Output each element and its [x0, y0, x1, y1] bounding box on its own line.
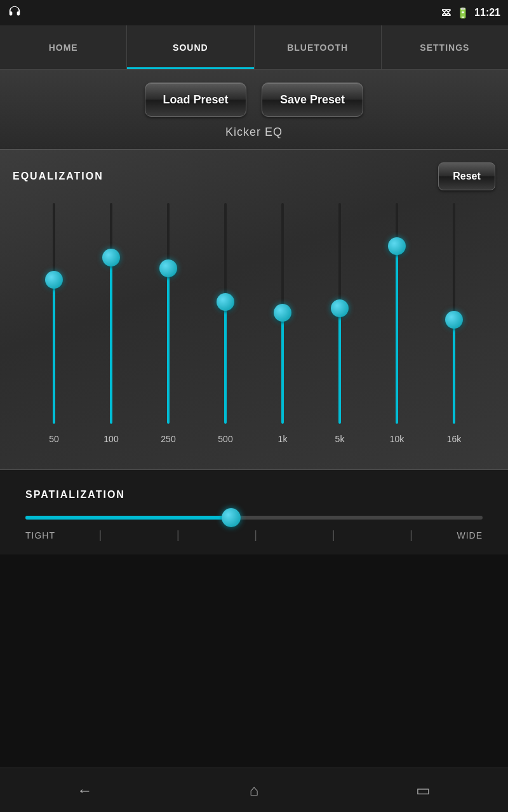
eq-band-16k: 16k: [435, 203, 473, 444]
eq-label: EQUALIZATION: [13, 171, 104, 182]
eq-fill-250: [167, 268, 170, 424]
eq-sliders: 501002505001k5k10k16k: [13, 197, 495, 463]
eq-label-100: 100: [104, 434, 118, 444]
eq-label-5k: 5k: [335, 434, 345, 444]
eq-band-5k: 5k: [321, 203, 359, 444]
eq-label-500: 500: [218, 434, 232, 444]
back-button[interactable]: ←: [65, 776, 104, 804]
save-preset-button[interactable]: Save Preset: [262, 82, 363, 117]
nav-tabs: HOME SOUND BLUETOOTH SETTINGS: [0, 25, 508, 70]
eq-track-100[interactable]: [110, 203, 112, 424]
eq-label-250: 250: [161, 434, 175, 444]
tab-sound[interactable]: SOUND: [127, 25, 254, 69]
bluetooth-icon: ⯴: [441, 7, 451, 18]
eq-thumb-250[interactable]: [159, 259, 177, 277]
eq-label-10k: 10k: [390, 434, 404, 444]
headphone-icon: [8, 4, 22, 21]
reset-button[interactable]: Reset: [438, 162, 495, 190]
eq-thumb-5k[interactable]: [331, 299, 349, 317]
tab-settings[interactable]: SETTINGS: [382, 25, 508, 69]
spatial-ticks: | | | | |: [62, 528, 450, 542]
eq-band-250: 250: [149, 203, 187, 444]
spatial-fill: [25, 516, 231, 520]
status-bar: ⯴ 🔋 11:21: [0, 0, 508, 25]
spatial-slider-container: TIGHT | | | | | WIDE: [25, 516, 483, 542]
eq-thumb-10k[interactable]: [388, 237, 406, 255]
eq-label-50: 50: [49, 434, 59, 444]
status-time: 11:21: [474, 7, 500, 18]
load-preset-button[interactable]: Load Preset: [145, 82, 246, 117]
eq-band-10k: 10k: [378, 203, 416, 444]
tab-bluetooth[interactable]: BLUETOOTH: [255, 25, 382, 69]
eq-track-500[interactable]: [224, 203, 227, 424]
eq-thumb-16k[interactable]: [445, 311, 463, 329]
eq-band-50: 50: [35, 203, 73, 444]
eq-fill-500: [224, 302, 227, 424]
spatial-label: SPATIALIZATION: [25, 489, 483, 501]
preset-section: Load Preset Save Preset Kicker EQ: [0, 70, 508, 150]
eq-thumb-500[interactable]: [217, 293, 234, 311]
eq-track-10k[interactable]: [396, 203, 398, 424]
bottom-nav: ← ⌂ ▭: [0, 768, 508, 812]
eq-fill-5k: [338, 308, 341, 424]
battery-icon: 🔋: [457, 7, 469, 19]
wide-label: WIDE: [457, 530, 483, 540]
eq-fill-10k: [396, 246, 398, 424]
eq-fill-100: [110, 258, 112, 424]
eq-track-16k[interactable]: [453, 203, 455, 424]
spatial-section: SPATIALIZATION TIGHT | | | | | WIDE: [0, 470, 508, 554]
eq-track-250[interactable]: [167, 203, 170, 424]
eq-label-1k: 1k: [278, 434, 288, 444]
eq-band-1k: 1k: [264, 203, 302, 444]
eq-fill-16k: [453, 320, 455, 424]
preset-buttons: Load Preset Save Preset: [145, 82, 363, 117]
eq-thumb-1k[interactable]: [274, 304, 291, 322]
eq-track-50[interactable]: [53, 203, 55, 424]
eq-header: EQUALIZATION Reset: [13, 162, 495, 190]
eq-band-500: 500: [206, 203, 244, 444]
home-button[interactable]: ⌂: [235, 776, 273, 804]
eq-thumb-100[interactable]: [102, 249, 120, 266]
tight-label: TIGHT: [25, 530, 55, 540]
spatial-labels: TIGHT | | | | | WIDE: [25, 528, 483, 542]
eq-fill-1k: [281, 313, 284, 424]
eq-fill-50: [53, 280, 55, 424]
eq-section: EQUALIZATION Reset 501002505001k5k10k16k: [0, 150, 508, 470]
eq-track-1k[interactable]: [281, 203, 284, 424]
recents-button[interactable]: ▭: [404, 776, 443, 804]
eq-track-5k[interactable]: [338, 203, 341, 424]
eq-thumb-50[interactable]: [45, 271, 63, 289]
tab-home[interactable]: HOME: [0, 25, 127, 69]
spatial-track[interactable]: [25, 516, 483, 520]
preset-name: Kicker EQ: [225, 126, 283, 139]
eq-label-16k: 16k: [447, 434, 462, 444]
spatial-thumb[interactable]: [222, 508, 241, 527]
eq-band-100: 100: [92, 203, 130, 444]
